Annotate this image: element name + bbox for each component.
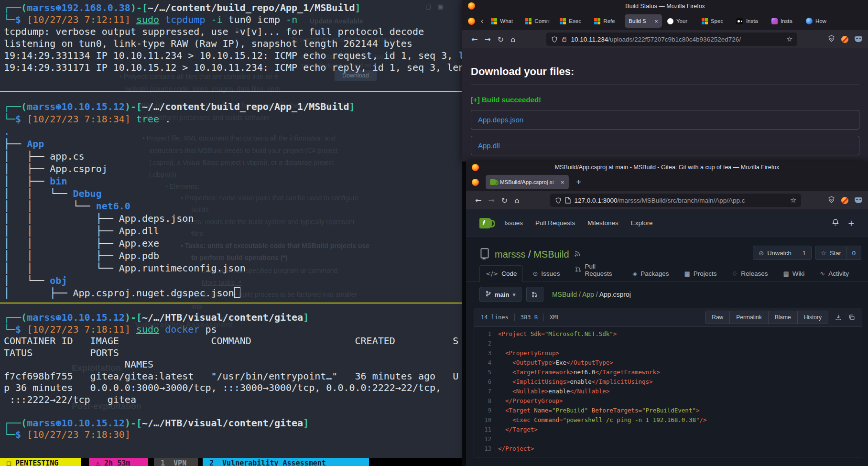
file-link-app-deps-json[interactable]: App.deps.json bbox=[478, 116, 523, 124]
breadcrumb-msbuild[interactable]: MSBuild bbox=[552, 291, 577, 298]
line-number[interactable]: 1 bbox=[474, 329, 498, 339]
shield-check-icon[interactable] bbox=[828, 35, 835, 44]
url-bar[interactable]: 127.0.0.1:3000/marsss/MSBuild/src/branch… bbox=[550, 194, 801, 207]
watchers-count[interactable]: 1 bbox=[797, 246, 812, 260]
browser-tab-insta[interactable]: Insta bbox=[768, 14, 801, 28]
tracking-protection-shield-icon[interactable] bbox=[551, 36, 558, 43]
tracking-protection-shield-icon[interactable] bbox=[555, 197, 562, 204]
tmux-pane-divider[interactable] bbox=[0, 303, 462, 303]
line-number[interactable]: 5 bbox=[474, 368, 498, 377]
gitea-logo[interactable] bbox=[479, 218, 492, 228]
repo-name-link[interactable]: MSBuild bbox=[533, 249, 569, 260]
branch-selector-button[interactable]: main ▾ bbox=[479, 287, 521, 302]
compare-branches-button[interactable] bbox=[526, 287, 543, 302]
history-button[interactable]: History bbox=[797, 311, 828, 324]
insecure-connection-lock-icon[interactable] bbox=[561, 36, 567, 43]
tab-close-button[interactable]: × bbox=[654, 18, 658, 25]
tab-scroll-left-button[interactable]: ‹ bbox=[481, 17, 483, 25]
line-number[interactable]: 4 bbox=[474, 358, 498, 368]
line-number[interactable]: 13 bbox=[474, 444, 498, 454]
bookmark-star-icon[interactable]: ☆ bbox=[790, 196, 796, 205]
notifications-bell-icon[interactable] bbox=[832, 218, 839, 228]
home-button[interactable]: ⌂ bbox=[510, 35, 515, 44]
shield-check-icon[interactable] bbox=[828, 196, 835, 205]
home-button[interactable]: ⌂ bbox=[514, 196, 519, 205]
line-number[interactable]: 10 bbox=[474, 415, 498, 425]
tmux-status-segment[interactable]: 2 Vulnerability Assessment bbox=[203, 458, 369, 466]
browser-tab-spec[interactable]: Spec bbox=[698, 14, 731, 28]
proxy-mask-icon[interactable] bbox=[855, 197, 862, 203]
repo-title: marsss / MSBuild bbox=[495, 249, 569, 260]
back-button[interactable]: ← bbox=[471, 35, 477, 44]
repo-tab-packages[interactable]: ◈Packages bbox=[627, 266, 674, 282]
tmux-pane-divider[interactable] bbox=[0, 91, 462, 92]
tmux-status-segment[interactable]: 1 VPN bbox=[154, 458, 198, 466]
new-tab-button[interactable]: + bbox=[576, 177, 582, 187]
watch-button-group: ⊘Unwatch 1 bbox=[753, 246, 812, 260]
star-button[interactable]: ☆Star bbox=[815, 246, 847, 260]
repo-tab-wiki[interactable]: ▤Wiki bbox=[778, 266, 811, 282]
gitea-nav-pull-requests[interactable]: Pull Requests bbox=[535, 219, 575, 227]
window-titlebar[interactable]: Build Status — Mozilla Firefox bbox=[462, 0, 868, 12]
firefox-icon[interactable] bbox=[468, 18, 475, 25]
browser-tab-your[interactable]: Your bbox=[663, 14, 696, 28]
gitea-nav-issues[interactable]: Issues bbox=[504, 219, 523, 227]
proxy-mask-icon[interactable] bbox=[855, 36, 862, 42]
repo-tab-pull-requests[interactable]: Pull Requests bbox=[569, 259, 623, 282]
reload-button[interactable]: ↻ bbox=[498, 35, 504, 44]
repo-tab-activity[interactable]: ∿Activity bbox=[814, 266, 855, 282]
extension-blocked-icon[interactable] bbox=[841, 36, 848, 43]
line-number[interactable]: 12 bbox=[474, 434, 498, 444]
file-link-app-dll[interactable]: App.dll bbox=[478, 141, 500, 150]
repo-tab-releases[interactable]: ♢Releases bbox=[727, 266, 774, 282]
tab-close-button[interactable]: × bbox=[561, 179, 564, 186]
terminal-window[interactable]: Update AvailableReportTo support the lat… bbox=[0, 0, 462, 466]
breadcrumb-app[interactable]: App bbox=[582, 291, 594, 298]
line-number[interactable]: 3 bbox=[474, 348, 498, 358]
browser-tab-exec[interactable]: Exec bbox=[556, 14, 589, 28]
browser-tab-refe[interactable]: Refe bbox=[590, 14, 623, 28]
terminal-pane-3[interactable]: ┌──(marss⊛10.10.15.12)-[~/…/HTB/visual/c… bbox=[4, 312, 462, 441]
browser-tab-msbuild-app-csproj[interactable]: MSBuild/App.csproj at ma × bbox=[486, 175, 569, 189]
window-titlebar[interactable]: MSBuild/App.csproj at main - MSBuild - G… bbox=[466, 162, 868, 173]
create-new-plus-icon[interactable]: + bbox=[848, 218, 855, 228]
unwatch-button[interactable]: ⊘Unwatch bbox=[753, 246, 797, 260]
line-number[interactable]: 7 bbox=[474, 387, 498, 396]
gitea-nav-milestones[interactable]: Milestones bbox=[587, 219, 618, 227]
browser-tab-comm[interactable]: Comm bbox=[521, 14, 554, 28]
page-info-icon[interactable] bbox=[565, 197, 571, 204]
raw-button[interactable]: Raw bbox=[705, 311, 729, 324]
terminal-pane-1[interactable]: ┌──(marss⊛192.168.0.38)-[~/…/content/bui… bbox=[4, 2, 462, 74]
rss-icon[interactable] bbox=[574, 250, 581, 259]
tmux-status-segment: ⚠ 2h 53m bbox=[89, 458, 148, 466]
extension-blocked-icon[interactable] bbox=[841, 197, 848, 204]
browser-tab-insta[interactable]: Insta bbox=[732, 14, 766, 28]
permalink-button[interactable]: Permalink bbox=[729, 311, 768, 324]
copy-icon[interactable] bbox=[848, 314, 855, 321]
url-bar[interactable]: 10.10.11.234/uploads/222f57207c9b1c80c4b… bbox=[546, 33, 797, 46]
repo-owner-link[interactable]: marsss bbox=[495, 249, 525, 260]
stars-count[interactable]: 0 bbox=[847, 246, 861, 260]
line-number[interactable]: 6 bbox=[474, 377, 498, 387]
bookmark-star-icon[interactable]: ☆ bbox=[786, 35, 792, 43]
line-number[interactable]: 11 bbox=[474, 425, 498, 434]
line-number[interactable]: 8 bbox=[474, 396, 498, 406]
forward-button[interactable]: → bbox=[484, 35, 490, 44]
blame-button[interactable]: Blame bbox=[768, 311, 797, 324]
repo-tab-projects[interactable]: ▦Projects bbox=[679, 266, 723, 282]
forward-button[interactable]: → bbox=[488, 196, 494, 205]
firefox-icon[interactable] bbox=[472, 179, 479, 186]
browser-tab-what[interactable]: What bbox=[487, 14, 520, 28]
line-number[interactable]: 2 bbox=[474, 339, 498, 348]
terminal-pane-2[interactable]: ┌──(marss⊛10.10.15.12)-[~/…/content/buil… bbox=[4, 100, 462, 299]
repo-tab-issues[interactable]: ⊙Issues bbox=[527, 266, 565, 282]
page-heading: Download your files: bbox=[471, 48, 859, 78]
repo-tab-code[interactable]: </>Code bbox=[479, 265, 523, 282]
browser-tab-how[interactable]: How bbox=[802, 14, 835, 28]
browser-tab-build-s[interactable]: Build S× bbox=[625, 14, 662, 28]
line-number[interactable]: 9 bbox=[474, 406, 498, 415]
reload-button[interactable]: ↻ bbox=[501, 196, 508, 205]
gitea-nav-explore[interactable]: Explore bbox=[631, 219, 653, 227]
back-button[interactable]: ← bbox=[475, 196, 481, 205]
download-icon[interactable] bbox=[835, 314, 842, 321]
